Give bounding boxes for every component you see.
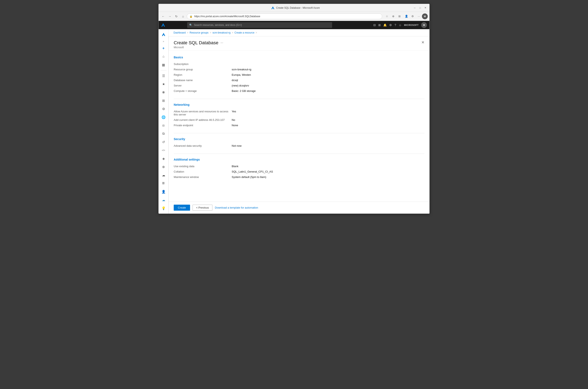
breadcrumb-dashboard[interactable]: Dashboard [173,31,186,34]
sidebar-item-cloud2[interactable]: ☁ [160,196,167,204]
sidebar-item-deploy[interactable]: ◈ [160,155,167,162]
review-row: Compute + storage Basic: 2 GB storage [174,88,424,94]
breadcrumb-scm[interactable]: scm-breakout-rg [212,31,230,34]
collation-label: Collation [174,170,232,173]
adv-security-label: Advanced data security [174,144,232,147]
panel-title-area: Create SQL Database ··· Microsoft [174,40,223,49]
azure-top-bar: 🔍 Search resources, services, and docs (… [159,21,429,29]
sidebar: » + ⌂ ▦ ☰ ★ ❋ ⊞ ⚙ 🌐 ⊟ ⧉ ↺ </> ◈ ⊕ ☁ ⛨ 👤 … [159,29,169,214]
review-row: Database name dcsql [174,78,424,83]
review-row: Add current client IP address 46.5.253.1… [174,117,424,123]
panel-footer: Create < Previous Download a template fo… [169,201,429,214]
sidebar-item-bulb[interactable]: 💡 [160,204,167,212]
notifications-icon[interactable]: 🔔 [383,23,387,27]
networking-section-heading: Networking [174,103,424,106]
close-button[interactable]: ✕ [424,6,427,9]
settings-icon[interactable]: ⚙ [389,23,392,27]
sidebar-item-list[interactable]: ☰ [160,72,167,79]
azure-search-box[interactable]: 🔍 Search resources, services, and docs (… [187,22,332,28]
profile-area: M [422,13,428,19]
sidebar-item-add[interactable]: + [160,44,167,52]
avatar[interactable]: M [422,13,428,19]
minimize-button[interactable]: ─ [413,6,416,9]
user-label[interactable]: MICROSOFT [404,24,419,26]
compute-value: Basic: 2 GB storage [232,89,256,93]
sidebar-item-copy[interactable]: ⧉ [160,130,167,137]
forward-button[interactable]: → [167,13,173,19]
sidebar-item-globe[interactable]: 🌐 [160,113,167,121]
sidebar-item-favorites[interactable]: ★ [160,80,167,88]
sidebar-item-cloud[interactable]: ☁ [160,171,167,179]
address-icons: ☆ ⊕ ⊞ [385,14,402,19]
window-controls[interactable]: ─ □ ✕ [413,6,427,9]
create-button[interactable]: Create [174,205,190,211]
directory-icon[interactable]: ⊞ [378,23,381,27]
sidebar-item-user[interactable]: 👤 [160,188,167,195]
breadcrumb-sep-1: > [187,31,188,34]
db-name-value: dcsql [232,79,238,82]
title-bar-center: Create SQL Database - Microsoft Azure [271,6,320,9]
basics-table: Subscription Resource group scm-breakout… [174,62,424,94]
sidebar-item-clock[interactable]: ⊕ [160,163,167,170]
review-row: Region Europa, Westen [174,72,424,78]
sidebar-item-extensions[interactable]: ❋ [160,89,167,96]
panel-title-text: Create SQL Database [174,40,218,45]
region-label: Region [174,73,232,76]
home-nav-button[interactable]: ⌂ [180,13,186,19]
extension-nav-icon[interactable]: ⊞ [397,14,402,19]
section-divider-3 [174,154,424,154]
bookmark-icon[interactable]: ⊕ [391,14,395,19]
more-nav-icon[interactable]: ··· [416,14,421,19]
sidebar-item-table[interactable]: ⊟ [160,122,167,129]
back-button[interactable]: ← [160,13,166,19]
panel-content: Basics Subscription Resource group scm-b… [169,51,429,201]
additional-table: Use existing data Blank Collation SQL_La… [174,164,424,180]
add-ip-label: Add current client IP address 46.5.253.1… [174,118,232,122]
settings-nav-icon[interactable]: ⚙ [410,14,415,19]
user-nav-icon[interactable]: 👤 [404,14,409,19]
cloud-shell-icon[interactable]: ⊟ [373,23,376,27]
review-row: Resource group scm-breakout-rg [174,67,424,72]
search-icon: 🔍 [189,24,192,27]
sidebar-item-sync[interactable]: ↺ [160,138,167,146]
sidebar-item-shield[interactable]: ⛨ [160,180,167,187]
download-template-link[interactable]: Download a template for automation [215,206,258,209]
address-bar[interactable]: 🔒 https://ms.portal.azure.com/#create/Mi… [187,13,382,19]
azure-top-icons: ⊟ ⊞ 🔔 ⚙ ? ☺ MICROSOFT M [373,22,427,28]
sidebar-expand-icon[interactable]: » [162,39,165,44]
azure-avatar[interactable]: M [421,22,427,28]
private-endpoint-value: None [232,124,238,127]
star-icon[interactable]: ☆ [385,14,389,19]
breadcrumb-create-resource[interactable]: Create a resource [235,31,254,34]
review-row: Use existing data Blank [174,164,424,169]
refresh-button[interactable]: ↻ [173,13,179,19]
allow-azure-value: Yes [232,110,236,116]
panel-close-button[interactable]: ✕ [421,40,424,45]
resource-group-label: Resource group [174,68,232,71]
maintenance-label: Maintenance window [174,175,232,179]
additional-section-heading: Additional settings [174,158,424,161]
sidebar-item-dashboard[interactable]: ▦ [160,61,167,68]
content-area: Dashboard > Resource groups > scm-breako… [169,29,429,214]
help-icon[interactable]: ? [394,23,396,27]
maximize-button[interactable]: □ [419,6,421,9]
sidebar-item-code[interactable]: </> [160,147,167,154]
title-bar: Create SQL Database - Microsoft Azure ─ … [159,4,429,12]
collation-value: SQL_Latin1_General_CP1_CI_AS [232,170,273,173]
region-value: Europa, Westen [232,73,251,76]
feedback-icon[interactable]: ☺ [399,23,401,27]
panel-dots-menu[interactable]: ··· [220,41,223,45]
review-row: Maintenance window System default (5pm t… [174,174,424,180]
review-row: Server (new) dcsqlsrv [174,83,424,88]
window-title: Create SQL Database - Microsoft Azure [276,6,320,9]
server-value: (new) dcsqlsrv [232,84,249,87]
breadcrumb-resource-groups[interactable]: Resource groups [190,31,208,34]
lock-icon: 🔒 [189,15,193,18]
previous-button[interactable]: < Previous [193,205,212,211]
maintenance-value: System default (5pm to 8am) [232,175,266,179]
sidebar-item-robot[interactable]: ⚙ [160,105,167,113]
sidebar-item-home[interactable]: ⌂ [160,53,167,60]
sidebar-item-azure[interactable] [160,31,167,38]
sidebar-item-grid[interactable]: ⊞ [160,97,167,104]
panel-title-row: Create SQL Database ··· [174,40,223,45]
